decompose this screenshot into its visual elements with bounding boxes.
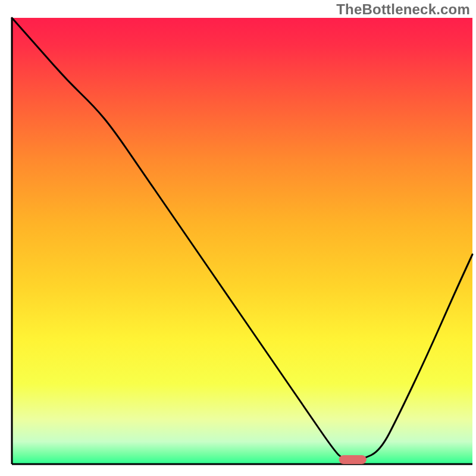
bottleneck-chart [0,0,476,476]
gradient-background [12,18,472,464]
optimum-marker [339,455,367,464]
